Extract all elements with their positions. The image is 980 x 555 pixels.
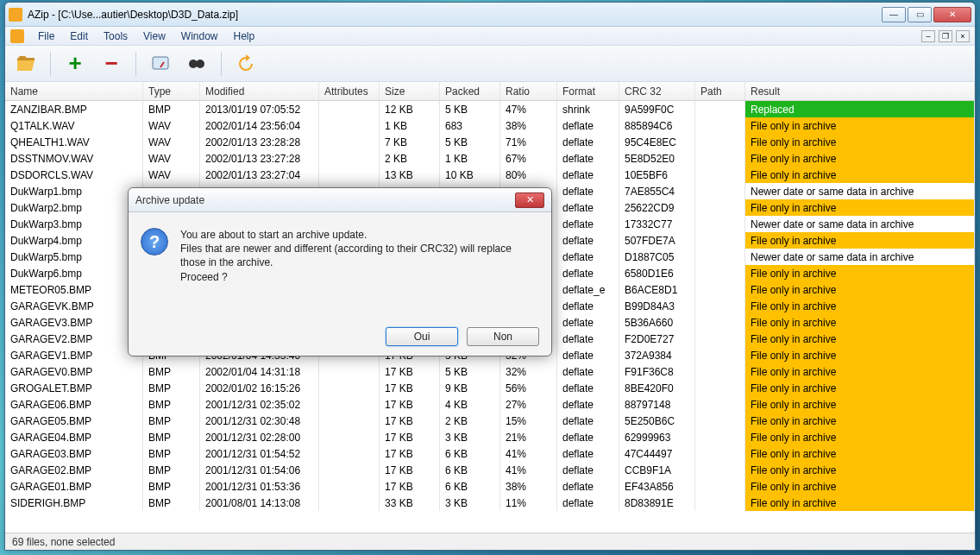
cell-type: WAV <box>143 134 200 150</box>
remove-files-button[interactable]: − <box>99 52 123 76</box>
titlebar[interactable]: AZip - [C:\Use...autier\Desktop\D3D_Data… <box>5 3 975 27</box>
menu-help[interactable]: Help <box>227 28 262 44</box>
dialog-titlebar[interactable]: Archive update ✕ <box>129 188 551 212</box>
open-archive-button[interactable] <box>14 52 38 76</box>
add-files-button[interactable]: + <box>63 52 87 76</box>
col-path[interactable]: Path <box>695 82 745 100</box>
cell-result: File only in archive <box>745 380 975 396</box>
mdi-minimize-button[interactable]: – <box>921 30 935 42</box>
col-attributes[interactable]: Attributes <box>319 82 380 100</box>
cell-packed: 2 KB <box>440 413 500 429</box>
col-modified[interactable]: Modified <box>200 82 319 100</box>
cell-modified: 2001/12/31 01:54:52 <box>200 445 319 462</box>
dialog-close-button[interactable]: ✕ <box>515 192 544 208</box>
table-row[interactable]: GARAGEV0.BMPBMP2002/01/04 14:31:1817 KB5… <box>5 363 975 380</box>
cell-modified: 2001/12/31 01:53:36 <box>200 478 319 495</box>
dialog-no-button[interactable]: Non <box>467 327 539 346</box>
test-archive-button[interactable] <box>148 52 173 76</box>
cell-result: File only in archive <box>745 331 975 347</box>
close-button[interactable]: ✕ <box>933 7 971 22</box>
cell-crc: 885894C6 <box>619 117 695 134</box>
cell-packed: 683 <box>440 117 500 134</box>
table-row[interactable]: Q1TALK.WAVWAV2002/01/14 23:56:041 KB6833… <box>5 117 975 134</box>
table-row[interactable]: DSSTNMOV.WAVWAV2002/01/13 23:27:282 KB1 … <box>5 150 975 167</box>
menu-edit[interactable]: Edit <box>63 28 95 44</box>
cell-format: deflate <box>557 232 619 249</box>
cell-crc: 88797148 <box>619 396 695 413</box>
cell-size: 17 KB <box>380 478 440 495</box>
find-button[interactable] <box>185 52 209 76</box>
cell-path <box>695 265 745 281</box>
cell-result: Newer date or same data in archive <box>745 216 975 232</box>
cell-type: BMP <box>143 478 200 495</box>
cell-result: File only in archive <box>745 314 975 331</box>
cell-attributes <box>319 150 380 167</box>
menu-file[interactable]: File <box>31 28 61 44</box>
table-row[interactable]: GARAGE01.BMPBMP2001/12/31 01:53:3617 KB6… <box>5 478 975 495</box>
menu-tools[interactable]: Tools <box>97 28 135 44</box>
menu-window[interactable]: Window <box>174 28 225 44</box>
cell-packed: 6 KB <box>440 445 500 462</box>
table-row[interactable]: QHEALTH1.WAVWAV2002/01/13 23:28:287 KB5 … <box>5 134 975 150</box>
cell-attributes <box>319 478 380 495</box>
dialog-line1: You are about to start an archive update… <box>180 228 539 242</box>
cell-type: BMP <box>143 445 200 462</box>
cell-path <box>695 429 745 445</box>
column-headers: Name Type Modified Attributes Size Packe… <box>5 82 975 101</box>
update-archive-button[interactable] <box>234 52 258 76</box>
cell-modified: 2001/12/31 01:54:06 <box>200 462 319 478</box>
cell-name: GARAGE01.BMP <box>5 478 143 495</box>
status-text: 69 files, none selected <box>12 536 115 548</box>
table-row[interactable]: GARAGE06.BMPBMP2001/12/31 02:35:0217 KB4… <box>5 396 975 413</box>
col-ratio[interactable]: Ratio <box>500 82 557 100</box>
cell-ratio: 38% <box>500 478 557 495</box>
cell-format: deflate <box>557 478 619 495</box>
table-row[interactable]: GROGALET.BMPBMP2002/01/02 16:15:2617 KB9… <box>5 380 975 396</box>
col-name[interactable]: Name <box>5 82 143 100</box>
cell-name: GARAGEVK.BMP <box>5 298 143 314</box>
mdi-close-button[interactable]: × <box>956 30 970 42</box>
table-row[interactable]: GARAGE03.BMPBMP2001/12/31 01:54:5217 KB6… <box>5 445 975 462</box>
minimize-button[interactable]: — <box>882 7 906 22</box>
window-title: AZip - [C:\Use...autier\Desktop\D3D_Data… <box>28 9 882 21</box>
col-format[interactable]: Format <box>557 82 619 100</box>
col-result[interactable]: Result <box>745 82 975 100</box>
cell-result: File only in archive <box>745 117 975 134</box>
cell-format: deflate <box>557 331 619 347</box>
cell-crc: 6580D1E6 <box>619 265 695 281</box>
cell-modified: 2001/08/01 14:13:08 <box>200 495 319 511</box>
cell-format: deflate <box>557 363 619 380</box>
cell-modified: 2001/12/31 02:30:48 <box>200 413 319 429</box>
table-row[interactable]: GARAGE05.BMPBMP2001/12/31 02:30:4817 KB2… <box>5 413 975 429</box>
cell-path <box>695 281 745 298</box>
table-row[interactable]: ZANZIBAR.BMPBMP2013/01/19 07:05:5212 KB5… <box>5 101 975 117</box>
mdi-restore-button[interactable]: ❐ <box>939 30 952 42</box>
dialog-title: Archive update <box>135 194 515 206</box>
cell-type: BMP <box>143 495 200 511</box>
col-crc[interactable]: CRC 32 <box>619 82 695 100</box>
cell-result: Newer date or same data in archive <box>745 183 975 199</box>
menu-app-icon <box>10 29 24 43</box>
cell-crc: 47C44497 <box>619 445 695 462</box>
table-row[interactable]: GARAGE02.BMPBMP2001/12/31 01:54:0617 KB6… <box>5 462 975 478</box>
table-row[interactable]: SIDERIGH.BMPBMP2001/08/01 14:13:0833 KB3… <box>5 495 975 511</box>
table-row[interactable]: DSDORCLS.WAVWAV2002/01/13 23:27:0413 KB1… <box>5 167 975 183</box>
maximize-button[interactable]: ▭ <box>908 7 932 22</box>
cell-format: deflate <box>557 462 619 478</box>
cell-ratio: 11% <box>500 495 557 511</box>
cell-ratio: 47% <box>500 101 557 117</box>
cell-path <box>695 314 745 331</box>
cell-path <box>695 347 745 363</box>
cell-result: File only in archive <box>745 445 975 462</box>
cell-path <box>695 150 745 167</box>
cell-format: deflate <box>557 495 619 511</box>
cell-name: DSSTNMOV.WAV <box>5 150 143 167</box>
menu-view[interactable]: View <box>136 28 173 44</box>
cell-crc: 9A599F0C <box>619 101 695 117</box>
dialog-yes-button[interactable]: Oui <box>386 327 458 346</box>
col-packed[interactable]: Packed <box>440 82 500 100</box>
col-type[interactable]: Type <box>143 82 200 100</box>
table-row[interactable]: GARAGE04.BMPBMP2001/12/31 02:28:0017 KB3… <box>5 429 975 445</box>
cell-format: deflate <box>557 216 619 232</box>
col-size[interactable]: Size <box>380 82 440 100</box>
